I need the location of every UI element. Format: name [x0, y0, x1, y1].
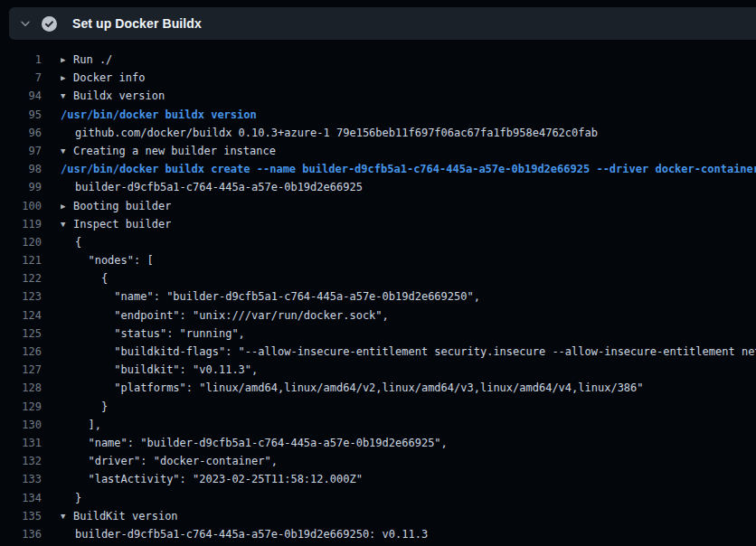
log-line: 136 builder-d9cfb5a1-c764-445a-a57e-0b19… — [0, 525, 756, 543]
log-line-text: { — [75, 269, 108, 287]
log-line-text: "buildkitd-flags": "--allow-insecure-ent… — [75, 343, 756, 361]
check-circle-icon — [42, 16, 67, 32]
group-expanded-icon[interactable]: ▼ — [61, 215, 73, 233]
log-line-text: "driver": "docker-container", — [75, 452, 278, 470]
log-line-number[interactable]: 133 — [0, 470, 42, 488]
log-line: 127 "buildkit": "v0.11.3", — [0, 361, 756, 379]
log-line-number[interactable]: 123 — [0, 287, 42, 306]
log-line-number[interactable]: 136 — [0, 525, 42, 543]
log-line: 96 github.com/docker/buildx 0.10.3+azure… — [0, 124, 756, 142]
log-line-number[interactable]: 122 — [0, 269, 42, 287]
group-collapsed-icon[interactable]: ▶ — [61, 197, 73, 215]
log-line: 122 { — [0, 269, 756, 287]
log-line[interactable]: 7 ▶ Docker info — [0, 69, 756, 87]
log-line: 121 "nodes": [ — [0, 251, 756, 269]
log-line-number[interactable]: 1 — [0, 51, 42, 69]
log-line-text: { — [75, 233, 81, 251]
log-line-text: builder-d9cfb5a1-c764-445a-a57e-0b19d2e6… — [75, 525, 428, 543]
chevron-down-icon[interactable] — [9, 17, 42, 30]
log-line-text: /usr/bin/docker buildx version — [61, 106, 257, 124]
log-line-text: "nodes": [ — [75, 251, 154, 269]
log-line-number[interactable]: 128 — [0, 379, 42, 397]
log-line: 133 "lastActivity": "2023-02-25T11:58:12… — [0, 470, 756, 488]
log-line-text: "status": "running", — [75, 325, 245, 343]
log-line-text: "lastActivity": "2023-02-25T11:58:12.000… — [75, 470, 363, 488]
log-line[interactable]: 94 ▼ Buildx version — [0, 87, 756, 105]
log-line-number[interactable]: 132 — [0, 452, 42, 470]
log-line-text: Creating a new builder instance — [73, 142, 276, 160]
log-line: 134 } — [0, 489, 756, 507]
log-line-text: Docker info — [73, 69, 145, 87]
log-line-text: builder-d9cfb5a1-c764-445a-a57e-0b19d2e6… — [75, 178, 363, 196]
step-header[interactable]: Set up Docker Buildx — [9, 7, 756, 40]
log-line-text: /usr/bin/docker buildx create --name bui… — [61, 160, 756, 178]
log-line-text: "name": "builder-d9cfb5a1-c764-445a-a57e… — [75, 287, 480, 306]
group-collapsed-icon[interactable]: ▶ — [61, 51, 73, 69]
log-line-number[interactable]: 125 — [0, 325, 42, 343]
log-line: 125 "status": "running", — [0, 325, 756, 343]
log-viewer: 1 ▶ Run ./ 7 ▶ Docker info 94 ▼ Buildx v… — [0, 51, 756, 546]
log-line-number[interactable]: 127 — [0, 361, 42, 379]
log-line-text: ], — [75, 416, 101, 434]
group-collapsed-icon[interactable]: ▶ — [61, 69, 73, 87]
log-line[interactable]: 1 ▶ Run ./ — [0, 51, 756, 69]
log-line: 99 builder-d9cfb5a1-c764-445a-a57e-0b19d… — [0, 178, 756, 196]
log-line-text: } — [75, 489, 81, 507]
log-line-text: BuildKit version — [73, 507, 178, 525]
log-line-number[interactable]: 120 — [0, 233, 42, 251]
log-line-number[interactable]: 134 — [0, 489, 42, 507]
log-line-number[interactable]: 7 — [0, 69, 42, 87]
log-line-number[interactable]: 96 — [0, 124, 42, 142]
log-line[interactable]: 119 ▼ Inspect builder — [0, 215, 756, 233]
log-line-number[interactable]: 97 — [0, 142, 42, 160]
log-line-text: Run ./ — [73, 51, 112, 69]
log-line: 126 "buildkitd-flags": "--allow-insecure… — [0, 343, 756, 361]
log-line-number[interactable]: 99 — [0, 178, 42, 196]
log-line-number[interactable]: 126 — [0, 343, 42, 361]
log-line-number[interactable]: 121 — [0, 251, 42, 269]
log-line: 120 { — [0, 233, 756, 251]
log-line-text: "buildkit": "v0.11.3", — [75, 361, 258, 379]
log-line-text: Booting builder — [73, 197, 171, 215]
log-line: 98 /usr/bin/docker buildx create --name … — [0, 160, 756, 178]
log-line[interactable]: 97 ▼ Creating a new builder instance — [0, 142, 756, 160]
group-expanded-icon[interactable]: ▼ — [61, 87, 73, 105]
log-line: 132 "driver": "docker-container", — [0, 452, 756, 470]
log-line-number[interactable]: 100 — [0, 197, 42, 215]
log-line-text: } — [75, 398, 108, 416]
log-line-number[interactable]: 135 — [0, 507, 42, 525]
log-line-number[interactable]: 130 — [0, 416, 42, 434]
log-line-text: Buildx version — [73, 87, 165, 105]
log-line-text: github.com/docker/buildx 0.10.3+azure-1 … — [75, 124, 598, 142]
log-line: 128 "platforms": "linux/amd64,linux/amd6… — [0, 379, 756, 397]
log-line-number[interactable]: 129 — [0, 398, 42, 416]
log-line-number[interactable]: 95 — [0, 106, 42, 124]
log-line-number[interactable]: 119 — [0, 215, 42, 233]
log-line-text: Inspect builder — [73, 215, 171, 233]
log-line-number[interactable]: 124 — [0, 306, 42, 325]
log-line-text: "endpoint": "unix:///var/run/docker.sock… — [75, 306, 389, 325]
log-line: 130 ], — [0, 416, 756, 434]
log-line-number[interactable]: 94 — [0, 87, 42, 105]
log-line-text: "platforms": "linux/amd64,linux/amd64/v2… — [75, 379, 644, 397]
log-line: 123 "name": "builder-d9cfb5a1-c764-445a-… — [0, 287, 756, 306]
log-line-text: "name": "builder-d9cfb5a1-c764-445a-a57e… — [75, 434, 448, 452]
log-line[interactable]: 135 ▼ BuildKit version — [0, 507, 756, 525]
group-expanded-icon[interactable]: ▼ — [61, 507, 73, 525]
log-line[interactable]: 100 ▶ Booting builder — [0, 197, 756, 215]
log-line: 131 "name": "builder-d9cfb5a1-c764-445a-… — [0, 434, 756, 452]
log-line-number[interactable]: 98 — [0, 160, 42, 178]
step-title: Set up Docker Buildx — [72, 16, 202, 31]
log-line: 124 "endpoint": "unix:///var/run/docker.… — [0, 306, 756, 325]
log-line: 129 } — [0, 398, 756, 416]
log-line-number[interactable]: 131 — [0, 434, 42, 452]
log-line: 95 /usr/bin/docker buildx version — [0, 106, 756, 124]
group-expanded-icon[interactable]: ▼ — [61, 142, 73, 160]
